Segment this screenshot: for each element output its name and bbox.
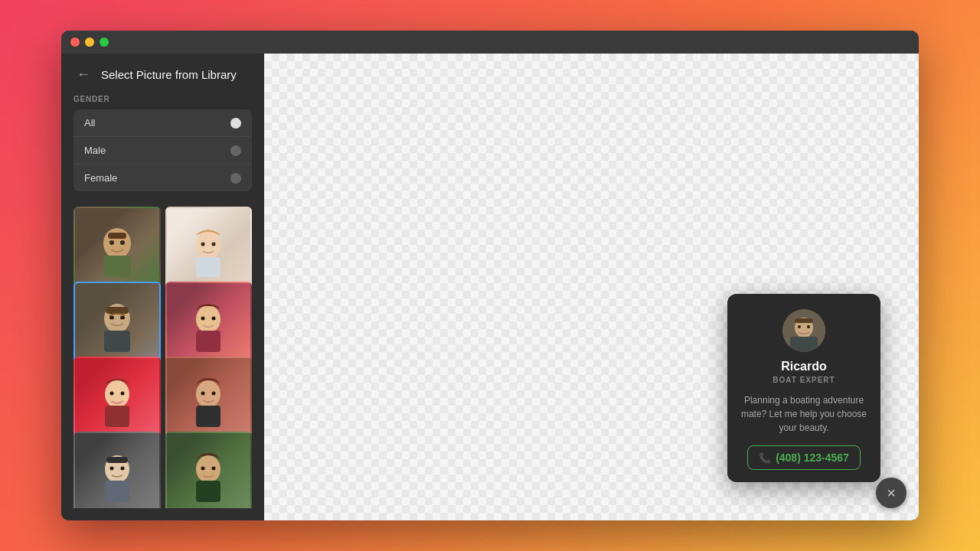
photo-face-icon <box>75 283 159 367</box>
svg-point-29 <box>120 466 124 470</box>
photo-thumb[interactable] <box>165 357 253 444</box>
svg-rect-10 <box>104 331 130 352</box>
svg-point-14 <box>196 305 220 333</box>
photo-face-icon <box>75 433 159 508</box>
radio-female[interactable]: Female <box>74 165 252 191</box>
svg-point-5 <box>196 230 220 259</box>
radio-female-label: Female <box>84 172 117 184</box>
photo-thumb[interactable] <box>74 357 161 444</box>
svg-rect-40 <box>795 318 813 323</box>
svg-point-24 <box>201 391 205 395</box>
svg-point-8 <box>212 242 216 246</box>
filter-label: GENDER <box>74 95 252 103</box>
sidebar-title: Select Picture from Library <box>101 68 237 81</box>
svg-rect-30 <box>106 457 128 463</box>
svg-point-12 <box>120 315 125 319</box>
card-role: BOAT EXPERT <box>773 376 835 384</box>
photo-face-icon <box>167 358 251 442</box>
card-bio: Planning a boating adventure mate? Let m… <box>740 393 868 435</box>
traffic-light-green[interactable] <box>100 37 109 47</box>
radio-all-dot <box>230 118 241 129</box>
photo-thumb[interactable] <box>74 432 161 508</box>
svg-point-16 <box>201 316 205 320</box>
photo-face-icon <box>167 283 251 367</box>
phone-icon: 📞 <box>759 452 771 464</box>
svg-rect-37 <box>790 337 818 352</box>
svg-point-22 <box>196 380 220 408</box>
photo-thumb[interactable] <box>165 432 253 508</box>
card-phone-button[interactable]: 📞 (408) 123-4567 <box>747 445 861 470</box>
svg-point-17 <box>212 316 216 320</box>
svg-point-28 <box>109 466 113 470</box>
radio-male[interactable]: Male <box>74 137 252 165</box>
main-area: Ricardo BOAT EXPERT Planning a boating a… <box>264 54 919 520</box>
card-phone-number: (408) 123-4567 <box>776 452 849 464</box>
svg-rect-32 <box>196 481 220 502</box>
photo-face-icon <box>75 358 159 442</box>
svg-rect-23 <box>196 406 220 427</box>
svg-point-3 <box>120 240 125 245</box>
svg-point-11 <box>109 315 114 319</box>
svg-point-33 <box>201 466 205 470</box>
radio-all[interactable]: All <box>74 109 252 137</box>
radio-all-label: All <box>84 117 95 129</box>
sidebar-header: ← Select Picture from Library <box>61 66 264 95</box>
close-button[interactable]: × <box>876 478 906 508</box>
photo-thumb[interactable] <box>165 207 253 294</box>
app-window: ← Select Picture from Library GENDER All… <box>61 31 919 520</box>
window-body: ← Select Picture from Library GENDER All… <box>61 54 919 520</box>
traffic-light-yellow[interactable] <box>85 37 94 47</box>
photo-face-icon <box>75 208 159 292</box>
photo-face-icon <box>167 433 251 508</box>
svg-rect-4 <box>108 233 126 239</box>
photo-thumb[interactable] <box>74 207 161 294</box>
photo-face-icon <box>167 208 251 292</box>
photo-thumb[interactable] <box>165 282 253 369</box>
svg-rect-19 <box>105 406 129 427</box>
svg-point-7 <box>201 242 205 246</box>
card-avatar <box>782 309 825 352</box>
gender-filter-section: GENDER All Male Female <box>61 95 264 191</box>
titlebar <box>61 31 919 54</box>
sidebar: ← Select Picture from Library GENDER All… <box>61 54 264 520</box>
svg-rect-27 <box>105 481 129 502</box>
svg-rect-13 <box>106 307 129 314</box>
photo-grid <box>61 201 264 508</box>
radio-male-dot <box>230 145 241 156</box>
gender-radio-group: All Male Female <box>74 109 252 191</box>
back-button[interactable]: ← <box>74 66 93 83</box>
radio-female-dot <box>230 173 241 184</box>
radio-male-label: Male <box>84 145 106 156</box>
svg-point-38 <box>798 325 801 328</box>
svg-point-2 <box>109 240 114 245</box>
traffic-light-red[interactable] <box>70 37 80 47</box>
svg-point-20 <box>109 391 113 395</box>
svg-rect-15 <box>196 331 220 352</box>
card-name: Ricardo <box>781 360 827 373</box>
svg-point-39 <box>807 325 810 328</box>
svg-rect-1 <box>103 256 131 277</box>
svg-rect-6 <box>196 257 220 277</box>
svg-point-34 <box>212 466 216 470</box>
photo-thumb-selected[interactable] <box>74 282 161 369</box>
svg-point-25 <box>212 391 216 395</box>
svg-point-21 <box>120 391 124 395</box>
contact-card: Ricardo BOAT EXPERT Planning a boating a… <box>727 294 880 482</box>
svg-point-31 <box>196 455 220 483</box>
